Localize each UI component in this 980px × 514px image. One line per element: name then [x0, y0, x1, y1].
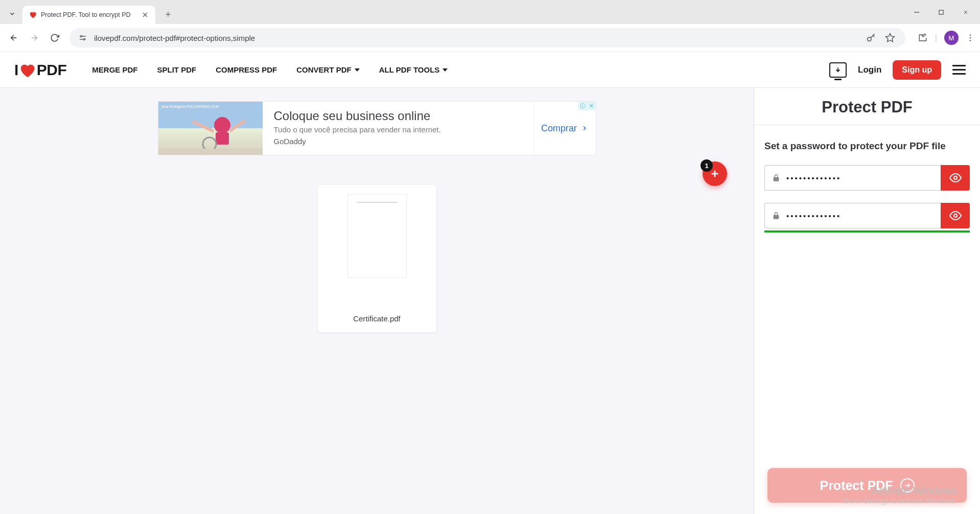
options-sidebar: Protect PDF Set a password to protect yo…: [754, 88, 980, 514]
logo-prefix: I: [14, 61, 18, 79]
tab-search-button[interactable]: [4, 6, 20, 22]
windows-activation-watermark: Activate Windows Go to Settings to activ…: [844, 484, 956, 505]
logo[interactable]: I PDF: [14, 61, 66, 79]
bookmark-star-icon[interactable]: [885, 33, 895, 43]
nav-merge[interactable]: MERGE PDF: [92, 65, 137, 74]
svg-point-20: [970, 34, 971, 36]
address-bar[interactable]: ilovepdf.com/protect-pdf#protect-options…: [69, 28, 905, 48]
svg-point-32: [954, 176, 957, 179]
lock-icon: [772, 174, 780, 182]
browser-menu-icon[interactable]: [966, 33, 975, 42]
svg-rect-25: [216, 132, 229, 145]
window-controls: [905, 5, 980, 24]
site-settings-icon[interactable]: [77, 32, 89, 44]
nav-split[interactable]: SPLIT PDF: [157, 65, 197, 74]
logo-suffix: PDF: [37, 61, 67, 79]
svg-point-24: [214, 117, 230, 133]
ad-image: Irina Rodrigues PULCHERINA.COM: [158, 102, 263, 155]
add-file-button[interactable]: 1: [703, 161, 727, 186]
ad-banner[interactable]: Irina Rodrigues PULCHERINA.COM Coloque s…: [158, 101, 596, 155]
maximize-button[interactable]: [930, 5, 952, 20]
hamburger-icon[interactable]: [952, 65, 966, 75]
main-area: Irina Rodrigues PULCHERINA.COM Coloque s…: [0, 88, 754, 514]
svg-point-33: [954, 214, 957, 217]
file-preview: [347, 194, 407, 278]
chevron-down-icon: [442, 68, 448, 72]
svg-line-18: [873, 35, 875, 37]
svg-point-11: [84, 39, 85, 40]
chevron-down-icon: [355, 68, 360, 72]
login-link[interactable]: Login: [858, 65, 881, 75]
password-input[interactable]: •••••••••••••: [764, 165, 941, 191]
file-card[interactable]: Certificate.pdf: [318, 185, 436, 332]
reload-button[interactable]: [46, 29, 63, 46]
heart-icon: [29, 11, 37, 19]
tab-title: Protect PDF. Tool to encrypt PD: [41, 11, 137, 18]
url-text: ilovepdf.com/protect-pdf#protect-options…: [94, 34, 860, 42]
svg-rect-29: [158, 149, 263, 155]
password-key-icon[interactable]: [866, 32, 877, 43]
lock-icon: [772, 212, 780, 220]
ad-subtitle: Tudo o que você precisa para vender na i…: [274, 125, 522, 134]
file-count-badge: 1: [701, 159, 713, 172]
close-window-button[interactable]: [954, 5, 977, 20]
confirm-password-value: •••••••••••••: [786, 212, 841, 220]
new-tab-button[interactable]: [160, 7, 176, 22]
back-button[interactable]: [5, 29, 22, 46]
browser-tab[interactable]: Protect PDF. Tool to encrypt PD: [22, 6, 155, 24]
sidebar-title: Protect PDF: [754, 88, 980, 125]
svg-point-22: [970, 40, 971, 41]
heart-icon: [19, 63, 36, 77]
toggle-confirm-visibility[interactable]: [941, 203, 970, 228]
nav-convert[interactable]: CONVERT PDF: [296, 65, 360, 74]
svg-point-21: [970, 37, 971, 39]
adchoices-icon[interactable]: ⓘ✕: [578, 102, 596, 110]
nav-all-tools[interactable]: ALL PDF TOOLS: [379, 65, 448, 74]
file-name: Certificate.pdf: [353, 314, 401, 323]
main-nav: MERGE PDF SPLIT PDF COMPRESS PDF CONVERT…: [92, 65, 448, 74]
ad-title: Coloque seu business online: [274, 109, 522, 123]
close-icon[interactable]: [141, 11, 149, 19]
desktop-app-icon[interactable]: [829, 62, 847, 78]
forward-button[interactable]: [26, 29, 43, 46]
browser-toolbar: ilovepdf.com/protect-pdf#protect-options…: [0, 24, 980, 52]
ad-brand: GoDaddy: [274, 137, 522, 146]
site-header: I PDF MERGE PDF SPLIT PDF COMPRESS PDF C…: [0, 52, 980, 88]
minimize-button[interactable]: [905, 5, 928, 20]
nav-compress[interactable]: COMPRESS PDF: [216, 65, 277, 74]
toggle-password-visibility[interactable]: [941, 165, 970, 191]
sidebar-subtitle: Set a password to protect your PDF file: [764, 141, 970, 152]
svg-rect-27: [192, 120, 214, 133]
confirm-password-input[interactable]: •••••••••••••: [764, 203, 941, 228]
browser-tab-strip: Protect PDF. Tool to encrypt PD: [0, 0, 980, 24]
signup-button[interactable]: Sign up: [893, 60, 941, 80]
svg-rect-5: [939, 10, 943, 14]
svg-rect-26: [229, 119, 246, 132]
svg-point-10: [81, 36, 82, 37]
password-value: •••••••••••••: [786, 174, 841, 182]
svg-marker-19: [886, 34, 895, 42]
password-strength-bar: [764, 230, 970, 232]
profile-avatar[interactable]: M: [944, 31, 959, 45]
extensions-icon[interactable]: [918, 33, 928, 43]
